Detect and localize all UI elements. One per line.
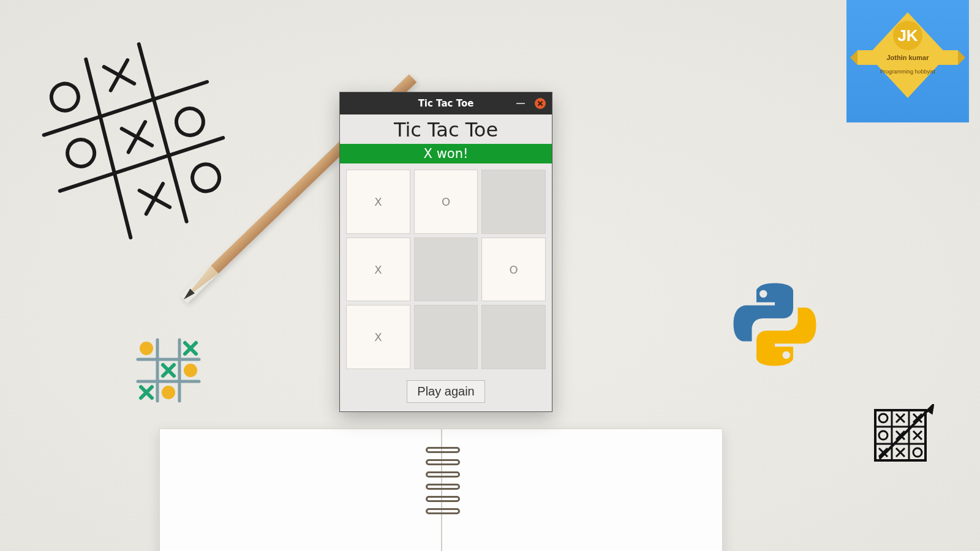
footer: Play again [340, 375, 552, 411]
board-cell[interactable] [414, 305, 478, 369]
tictactoe-app-window: Tic Tac Toe Tic Tac Toe X won! X O X O X… [339, 92, 552, 412]
svg-point-4 [48, 80, 81, 113]
board-cell[interactable] [481, 170, 546, 234]
svg-marker-29 [928, 405, 933, 413]
board-cell[interactable]: X [346, 238, 410, 302]
badge-tagline: Programming hobbyist [880, 69, 936, 75]
status-bar: X won! [340, 144, 552, 163]
app-title: Tic Tac Toe [340, 114, 552, 144]
svg-point-6 [173, 105, 206, 138]
board-cell[interactable] [414, 238, 478, 302]
tictactoe-stamp-icon [873, 404, 934, 465]
svg-point-14 [162, 386, 175, 399]
author-badge: JK Jothin kumar Programming hobbyist [846, 0, 969, 122]
python-logo-icon [726, 276, 824, 373]
window-title: Tic Tac Toe [418, 98, 474, 109]
svg-point-27 [913, 448, 922, 457]
notebook-binding [426, 422, 460, 551]
close-icon[interactable] [535, 98, 546, 109]
board-cell[interactable] [481, 305, 546, 369]
window-titlebar[interactable]: Tic Tac Toe [340, 92, 552, 114]
minimize-icon[interactable] [516, 103, 525, 104]
board-cell[interactable]: O [481, 238, 546, 302]
svg-point-5 [64, 137, 97, 170]
play-again-button[interactable]: Play again [407, 380, 484, 403]
board-cell[interactable]: X [346, 170, 410, 234]
svg-marker-18 [958, 50, 965, 65]
svg-marker-17 [850, 50, 858, 65]
svg-point-25 [879, 414, 888, 422]
board-cell[interactable]: O [414, 170, 478, 234]
svg-line-0 [80, 59, 137, 238]
svg-point-26 [879, 431, 888, 440]
svg-point-7 [189, 161, 222, 194]
board-cell[interactable]: X [346, 305, 410, 369]
badge-name: Jothin kumar [886, 54, 929, 61]
small-tictactoe-icon [135, 337, 202, 404]
svg-point-13 [184, 364, 197, 377]
game-board: X O X O X [340, 163, 552, 375]
svg-point-12 [140, 342, 153, 355]
badge-initials: JK [897, 26, 918, 45]
